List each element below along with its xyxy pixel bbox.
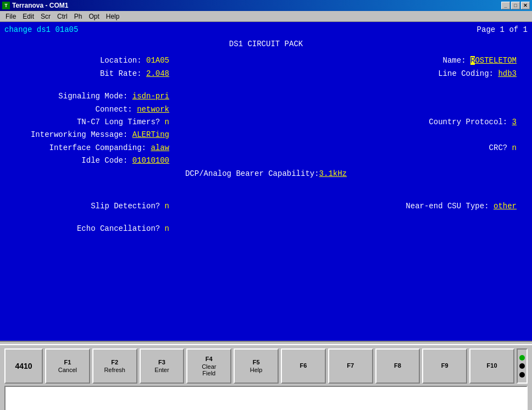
bit-rate-label: Bit Rate:: [100, 69, 146, 78]
indicator-dot-1: [519, 355, 525, 361]
indicator-dot-3: [519, 372, 525, 378]
f8-button[interactable]: F8: [375, 348, 420, 384]
menu-ctrl[interactable]: Ctrl: [54, 12, 71, 21]
crc-label: CRC?: [489, 143, 512, 152]
input-row: [4, 386, 528, 410]
connect-label: Connect:: [96, 105, 137, 114]
f4-label: F4: [206, 356, 213, 362]
menu-edit[interactable]: Edit: [19, 12, 37, 21]
app-icon: T: [2, 2, 10, 9]
menu-bar: File Edit Scr Ctrl Ph Opt Help: [0, 11, 532, 22]
location-value: 01A05: [146, 56, 169, 65]
f1-name: Cancel: [58, 367, 77, 373]
bottom-area: 4410 F1 Cancel F2 Refresh F3 Enter F4 Cl…: [0, 345, 532, 410]
command-text: change ds1 01a05: [4, 24, 78, 36]
f1-cancel-button[interactable]: F1 Cancel: [45, 348, 90, 384]
f5-help-button[interactable]: F5 Help: [234, 348, 279, 384]
f9-label: F9: [441, 362, 448, 369]
f2-label: F2: [111, 359, 118, 365]
f4-clear-field-button[interactable]: F4 ClearField: [186, 348, 231, 384]
line-coding-value: hdb3: [498, 69, 517, 78]
minimize-button[interactable]: _: [501, 2, 510, 9]
interworking-value: ALERTing: [132, 130, 169, 139]
page-title: DS1 CIRCUIT PACK: [4, 38, 528, 51]
f6-label: F6: [300, 362, 307, 369]
echo-cancellation-label: Echo Cancellation?: [77, 224, 165, 233]
f10-label: F10: [487, 362, 497, 369]
title-text: Terranova - COM1: [12, 2, 68, 9]
name-label: Name:: [443, 56, 470, 65]
menu-opt[interactable]: Opt: [85, 12, 102, 21]
crc-value: n: [512, 143, 517, 152]
location-name-row: Location: 01A05 Name: ROSTELETOM: [15, 54, 517, 67]
f10-button[interactable]: F10: [469, 348, 514, 384]
menu-ph[interactable]: Ph: [71, 12, 86, 21]
echo-cancellation-value: n: [165, 224, 169, 233]
f3-name: Enter: [154, 367, 169, 373]
connect-value: network: [137, 105, 169, 114]
terminal-input-area[interactable]: [4, 386, 528, 410]
f1-label: F1: [64, 359, 71, 365]
maximize-button[interactable]: □: [511, 2, 520, 9]
idle-code-row: Idle Code: 01010100: [15, 154, 517, 167]
name-rest: OSTELETOM: [475, 56, 517, 65]
interworking-label: Interworking Message:: [31, 130, 132, 139]
terminal: change ds1 01a05 Page 1 of 1 DS1 CIRCUIT…: [0, 22, 532, 341]
slip-nearend-row: Slip Detection? n Near-end CSU Type: oth…: [15, 200, 517, 212]
menu-scr[interactable]: Scr: [37, 12, 54, 21]
f7-label: F7: [347, 362, 354, 369]
interface-companding-value: alaw: [151, 143, 169, 152]
f6-button[interactable]: F6: [281, 348, 326, 384]
idle-code-value: 01010100: [132, 156, 169, 165]
interworking-row: Interworking Message: ALERTing: [15, 129, 517, 141]
f7-button[interactable]: F7: [328, 348, 373, 384]
menu-file[interactable]: File: [2, 12, 19, 21]
f3-label: F3: [158, 359, 165, 365]
interface-companding-label: Interface Companding:: [49, 143, 151, 152]
indicator-panel: [517, 348, 528, 384]
dcp-value: 3.1kHz: [319, 168, 347, 180]
near-end-csu-label: Near-end CSU Type:: [406, 202, 494, 210]
separator: [0, 341, 532, 345]
bitrate-linecoding-row: Bit Rate: 2.048 Line Coding: hdb3: [15, 68, 517, 80]
f8-label: F8: [394, 362, 401, 369]
line-coding-label: Line Coding:: [438, 69, 498, 78]
tnc7-country-row: TN-C7 Long Timers? n Country Protocol: 3: [15, 116, 517, 128]
slip-detection-value: n: [165, 202, 169, 210]
f5-label: F5: [253, 359, 260, 365]
terminal-model-label: 4410: [4, 348, 43, 384]
close-button[interactable]: ✕: [521, 2, 530, 9]
signaling-row: Signaling Mode: isdn-pri: [15, 90, 517, 102]
indicator-dot-2: [519, 363, 525, 369]
f2-name: Refresh: [104, 367, 125, 373]
f3-enter-button[interactable]: F3 Enter: [140, 348, 185, 384]
title-controls: _ □ ✕: [501, 2, 530, 9]
slip-detection-label: Slip Detection?: [91, 202, 164, 210]
f5-name: Help: [250, 367, 263, 373]
f9-button[interactable]: F9: [422, 348, 467, 384]
idle-code-label: Idle Code:: [81, 156, 132, 165]
title-bar: T Terranova - COM1 _ □ ✕: [0, 0, 532, 11]
echo-cancellation-row: Echo Cancellation? n: [15, 223, 517, 235]
tnc7-value: n: [165, 118, 169, 126]
f2-refresh-button[interactable]: F2 Refresh: [92, 348, 137, 384]
country-protocol-value: 3: [512, 118, 517, 126]
form-content: Location: 01A05 Name: ROSTELETOM Bit Rat…: [4, 54, 528, 235]
connect-row: Connect: network: [15, 103, 517, 115]
f4-name: ClearField: [202, 363, 216, 376]
page-info: Page 1 of 1: [477, 24, 528, 36]
signaling-mode-label: Signaling Mode:: [58, 92, 132, 101]
tnc7-label: TN-C7 Long Timers?: [77, 118, 165, 126]
dcp-row: DCP/Analog Bearer Capability: 3.1kHz: [15, 168, 517, 180]
dcp-label: DCP/Analog Bearer Capability:: [185, 168, 319, 180]
bit-rate-value: 2.048: [146, 69, 169, 78]
signaling-mode-value: isdn-pri: [132, 92, 169, 101]
country-protocol-label: Country Protocol:: [429, 118, 512, 126]
function-key-row: 4410 F1 Cancel F2 Refresh F3 Enter F4 Cl…: [4, 348, 528, 384]
command-line: change ds1 01a05 Page 1 of 1: [4, 24, 528, 36]
location-label: Location:: [100, 56, 146, 65]
menu-help[interactable]: Help: [103, 12, 123, 21]
interface-crc-row: Interface Companding: alaw CRC? n: [15, 142, 517, 154]
near-end-csu-value: other: [494, 202, 517, 210]
